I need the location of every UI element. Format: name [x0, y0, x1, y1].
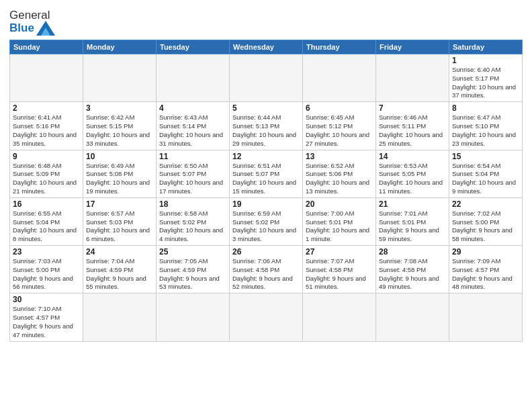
calendar-cell: 18Sunrise: 6:58 AM Sunset: 5:02 PM Dayli…	[157, 197, 230, 245]
weekday-header-tuesday: Tuesday	[157, 40, 230, 54]
calendar: SundayMondayTuesdayWednesdayThursdayFrid…	[9, 40, 523, 342]
calendar-cell: 1Sunrise: 6:40 AM Sunset: 5:17 PM Daylig…	[449, 54, 523, 102]
calendar-cell	[303, 293, 376, 341]
calendar-cell: 7Sunrise: 6:46 AM Sunset: 5:11 PM Daylig…	[376, 102, 449, 150]
calendar-cell: 12Sunrise: 6:51 AM Sunset: 5:07 PM Dayli…	[230, 150, 303, 197]
weekday-header-row: SundayMondayTuesdayWednesdayThursdayFrid…	[10, 40, 523, 54]
day-info: Sunrise: 7:04 AM Sunset: 4:59 PM Dayligh…	[86, 257, 153, 291]
day-info: Sunrise: 7:01 AM Sunset: 5:01 PM Dayligh…	[379, 210, 446, 244]
calendar-cell	[230, 54, 303, 102]
week-row-3: 9Sunrise: 6:48 AM Sunset: 5:09 PM Daylig…	[10, 150, 523, 197]
day-info: Sunrise: 6:55 AM Sunset: 5:04 PM Dayligh…	[13, 210, 80, 244]
calendar-cell: 25Sunrise: 7:05 AM Sunset: 4:59 PM Dayli…	[157, 246, 230, 293]
day-number: 23	[13, 247, 80, 257]
calendar-cell: 23Sunrise: 7:03 AM Sunset: 5:00 PM Dayli…	[10, 246, 83, 293]
day-info: Sunrise: 6:48 AM Sunset: 5:09 PM Dayligh…	[13, 162, 80, 196]
logo-text-block: General Blue	[9, 9, 55, 36]
calendar-cell: 9Sunrise: 6:48 AM Sunset: 5:09 PM Daylig…	[10, 150, 83, 197]
day-info: Sunrise: 6:58 AM Sunset: 5:02 PM Dayligh…	[159, 210, 226, 244]
day-number: 16	[13, 199, 80, 209]
day-info: Sunrise: 6:53 AM Sunset: 5:05 PM Dayligh…	[379, 162, 446, 196]
day-number: 8	[452, 103, 519, 113]
calendar-cell: 19Sunrise: 6:59 AM Sunset: 5:02 PM Dayli…	[230, 197, 303, 245]
calendar-cell	[83, 54, 157, 102]
calendar-cell: 2Sunrise: 6:41 AM Sunset: 5:16 PM Daylig…	[10, 102, 83, 150]
weekday-header-wednesday: Wednesday	[230, 40, 303, 54]
calendar-cell	[230, 293, 303, 341]
calendar-cell: 29Sunrise: 7:09 AM Sunset: 4:57 PM Dayli…	[449, 246, 523, 293]
day-number: 12	[232, 152, 300, 161]
day-number: 4	[159, 103, 226, 113]
day-info: Sunrise: 6:59 AM Sunset: 5:02 PM Dayligh…	[232, 210, 300, 244]
day-info: Sunrise: 7:06 AM Sunset: 4:58 PM Dayligh…	[232, 257, 300, 291]
calendar-cell	[10, 54, 83, 102]
calendar-cell: 30Sunrise: 7:10 AM Sunset: 4:57 PM Dayli…	[10, 293, 83, 341]
day-number: 29	[452, 247, 519, 257]
calendar-cell: 4Sunrise: 6:43 AM Sunset: 5:14 PM Daylig…	[157, 102, 230, 150]
day-info: Sunrise: 6:54 AM Sunset: 5:04 PM Dayligh…	[452, 162, 519, 196]
day-number: 28	[379, 247, 446, 257]
day-number: 2	[13, 103, 80, 113]
logo-general: General	[9, 9, 50, 21]
page: General Blue SundayMondayTuesdayWednesda…	[0, 0, 532, 411]
day-info: Sunrise: 6:45 AM Sunset: 5:12 PM Dayligh…	[306, 113, 373, 148]
day-info: Sunrise: 7:05 AM Sunset: 4:59 PM Dayligh…	[159, 257, 226, 291]
calendar-cell: 3Sunrise: 6:42 AM Sunset: 5:15 PM Daylig…	[83, 102, 157, 150]
weekday-header-monday: Monday	[83, 40, 157, 54]
day-number: 18	[159, 199, 226, 209]
week-row-6: 30Sunrise: 7:10 AM Sunset: 4:57 PM Dayli…	[10, 293, 523, 341]
calendar-cell	[83, 293, 157, 341]
day-info: Sunrise: 6:51 AM Sunset: 5:07 PM Dayligh…	[232, 162, 300, 196]
day-info: Sunrise: 7:07 AM Sunset: 4:58 PM Dayligh…	[306, 257, 373, 291]
calendar-cell: 5Sunrise: 6:44 AM Sunset: 5:13 PM Daylig…	[230, 102, 303, 150]
day-number: 21	[379, 199, 446, 209]
weekday-header-friday: Friday	[376, 40, 449, 54]
day-info: Sunrise: 7:09 AM Sunset: 4:57 PM Dayligh…	[452, 257, 519, 291]
day-number: 5	[232, 103, 300, 113]
weekday-header-sunday: Sunday	[10, 40, 83, 54]
day-number: 11	[159, 152, 226, 161]
header: General Blue	[9, 7, 523, 36]
calendar-cell: 16Sunrise: 6:55 AM Sunset: 5:04 PM Dayli…	[10, 197, 83, 245]
day-number: 15	[452, 152, 519, 161]
calendar-cell: 26Sunrise: 7:06 AM Sunset: 4:58 PM Dayli…	[230, 246, 303, 293]
weekday-header-thursday: Thursday	[303, 40, 376, 54]
week-row-5: 23Sunrise: 7:03 AM Sunset: 5:00 PM Dayli…	[10, 246, 523, 293]
logo-icon	[36, 21, 55, 36]
calendar-cell: 24Sunrise: 7:04 AM Sunset: 4:59 PM Dayli…	[83, 246, 157, 293]
calendar-cell: 27Sunrise: 7:07 AM Sunset: 4:58 PM Dayli…	[303, 246, 376, 293]
calendar-cell	[376, 54, 449, 102]
week-row-2: 2Sunrise: 6:41 AM Sunset: 5:16 PM Daylig…	[10, 102, 523, 150]
day-info: Sunrise: 6:40 AM Sunset: 5:17 PM Dayligh…	[452, 66, 519, 100]
calendar-cell	[449, 293, 523, 341]
day-number: 10	[86, 152, 153, 161]
day-number: 22	[452, 199, 519, 209]
day-info: Sunrise: 6:42 AM Sunset: 5:15 PM Dayligh…	[86, 113, 153, 148]
day-info: Sunrise: 6:49 AM Sunset: 5:08 PM Dayligh…	[86, 162, 153, 196]
calendar-cell	[303, 54, 376, 102]
day-info: Sunrise: 6:47 AM Sunset: 5:10 PM Dayligh…	[452, 113, 519, 148]
day-number: 30	[13, 295, 80, 304]
calendar-cell: 8Sunrise: 6:47 AM Sunset: 5:10 PM Daylig…	[449, 102, 523, 150]
day-info: Sunrise: 7:00 AM Sunset: 5:01 PM Dayligh…	[306, 210, 373, 244]
logo: General Blue	[9, 9, 55, 36]
day-info: Sunrise: 7:10 AM Sunset: 4:57 PM Dayligh…	[13, 305, 80, 339]
calendar-cell: 20Sunrise: 7:00 AM Sunset: 5:01 PM Dayli…	[303, 197, 376, 245]
calendar-cell: 13Sunrise: 6:52 AM Sunset: 5:06 PM Dayli…	[303, 150, 376, 197]
calendar-cell: 22Sunrise: 7:02 AM Sunset: 5:00 PM Dayli…	[449, 197, 523, 245]
day-number: 3	[86, 103, 153, 113]
day-number: 24	[86, 247, 153, 257]
calendar-cell: 28Sunrise: 7:08 AM Sunset: 4:58 PM Dayli…	[376, 246, 449, 293]
day-number: 27	[306, 247, 373, 257]
week-row-4: 16Sunrise: 6:55 AM Sunset: 5:04 PM Dayli…	[10, 197, 523, 245]
calendar-cell: 11Sunrise: 6:50 AM Sunset: 5:07 PM Dayli…	[157, 150, 230, 197]
day-info: Sunrise: 6:57 AM Sunset: 5:03 PM Dayligh…	[86, 210, 153, 244]
day-info: Sunrise: 6:41 AM Sunset: 5:16 PM Dayligh…	[13, 113, 80, 148]
day-info: Sunrise: 6:52 AM Sunset: 5:06 PM Dayligh…	[306, 162, 373, 196]
calendar-cell: 21Sunrise: 7:01 AM Sunset: 5:01 PM Dayli…	[376, 197, 449, 245]
calendar-cell	[157, 293, 230, 341]
calendar-cell: 10Sunrise: 6:49 AM Sunset: 5:08 PM Dayli…	[83, 150, 157, 197]
day-info: Sunrise: 6:43 AM Sunset: 5:14 PM Dayligh…	[159, 113, 226, 148]
day-info: Sunrise: 6:46 AM Sunset: 5:11 PM Dayligh…	[379, 113, 446, 148]
calendar-cell	[157, 54, 230, 102]
